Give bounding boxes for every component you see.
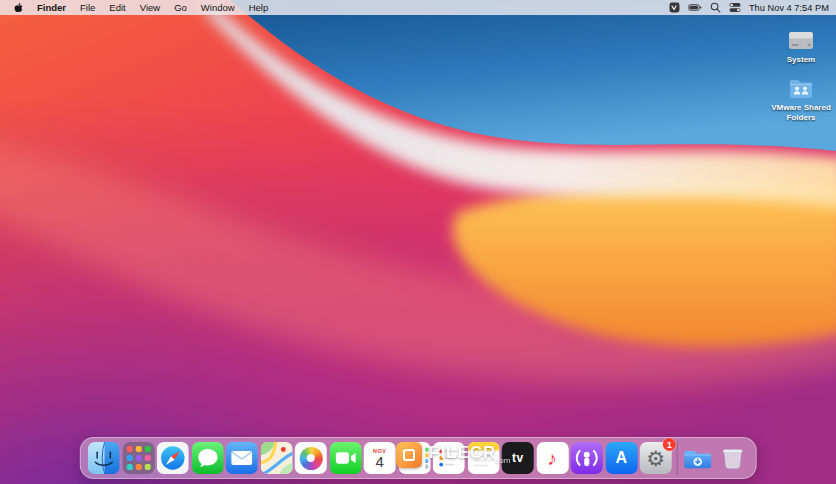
music-note-glyph: ♪ <box>548 449 558 468</box>
menu-bar-clock[interactable]: Thu Nov 4 7:54 PM <box>749 3 829 13</box>
mail-icon <box>226 442 258 474</box>
notes-icon <box>467 442 499 474</box>
big-sur-wallpaper <box>0 0 836 484</box>
dock-item-tv[interactable]: tv <box>502 442 534 474</box>
dock-item-notes[interactable] <box>467 442 499 474</box>
dock-item-finder[interactable] <box>88 442 120 474</box>
dock-item-facetime[interactable] <box>329 442 361 474</box>
dock-item-music[interactable]: ♪ <box>536 442 568 474</box>
menu-finder[interactable]: Finder <box>30 2 73 13</box>
dock-item-safari[interactable] <box>157 442 189 474</box>
menu-window[interactable]: Window <box>194 2 242 13</box>
apple-tv-icon: tv <box>502 442 534 474</box>
hard-drive-icon <box>786 28 816 54</box>
app-store-icon: A <box>605 442 637 474</box>
dock-item-calendar[interactable]: NOV 4 <box>364 442 396 474</box>
photos-icon <box>295 442 327 474</box>
vmware-tools-icon[interactable] <box>669 2 680 13</box>
calendar-day-text: 4 <box>376 454 384 470</box>
menu-help[interactable]: Help <box>242 2 276 13</box>
spotlight-icon[interactable] <box>710 2 721 13</box>
contacts-icon <box>398 442 430 474</box>
dock-item-trash[interactable] <box>716 442 748 474</box>
menu-bar: Finder File Edit View Go Window Help Thu… <box>0 0 836 15</box>
downloads-folder-icon <box>682 442 714 474</box>
gear-icon: ⚙ <box>646 448 665 469</box>
maps-icon <box>260 442 292 474</box>
trash-icon <box>716 442 748 474</box>
safari-icon <box>157 442 189 474</box>
apple-logo-icon <box>14 2 23 13</box>
dock-item-mail[interactable] <box>226 442 258 474</box>
desktop-screen: Finder File Edit View Go Window Help Thu… <box>0 0 836 484</box>
dock-item-app-store[interactable]: A <box>605 442 637 474</box>
menu-bar-left: Finder File Edit View Go Window Help <box>7 2 275 13</box>
dock-item-system-preferences[interactable]: 1 ⚙ <box>640 442 672 474</box>
app-store-letter: A <box>615 449 627 467</box>
podcasts-icon <box>571 442 603 474</box>
notification-badge: 1 <box>663 438 676 451</box>
battery-icon[interactable] <box>688 2 702 13</box>
desktop-icon-system[interactable]: System <box>769 28 833 65</box>
shared-folder-icon <box>786 76 816 102</box>
desktop-icon-vmware-shared-folders[interactable]: VMware Shared Folders <box>769 76 833 122</box>
music-icon: ♪ <box>536 442 568 474</box>
apple-menu[interactable] <box>7 2 30 13</box>
calendar-icon: NOV 4 <box>364 442 396 474</box>
menu-file[interactable]: File <box>73 2 102 13</box>
control-center-icon[interactable] <box>729 2 741 13</box>
dock-item-reminders[interactable] <box>433 442 465 474</box>
menu-bar-status: Thu Nov 4 7:54 PM <box>669 2 829 13</box>
dock-item-maps[interactable] <box>260 442 292 474</box>
dock: NOV 4 <box>80 437 757 479</box>
launchpad-icon <box>122 442 154 474</box>
dock-divider <box>676 441 677 475</box>
dock-item-photos[interactable] <box>295 442 327 474</box>
tv-logo-text: tv <box>512 451 524 465</box>
dock-item-podcasts[interactable] <box>571 442 603 474</box>
desktop-icon-label: System <box>787 55 815 65</box>
menu-edit[interactable]: Edit <box>102 2 132 13</box>
finder-icon <box>88 442 120 474</box>
dock-item-downloads[interactable] <box>682 442 714 474</box>
dock-item-launchpad[interactable] <box>122 442 154 474</box>
reminders-icon <box>433 442 465 474</box>
menu-view[interactable]: View <box>133 2 167 13</box>
dock-item-contacts[interactable] <box>398 442 430 474</box>
facetime-icon <box>329 442 361 474</box>
desktop-icon-label: VMware Shared Folders <box>771 103 831 122</box>
dock-item-messages[interactable] <box>191 442 223 474</box>
messages-icon <box>191 442 223 474</box>
menu-go[interactable]: Go <box>167 2 194 13</box>
